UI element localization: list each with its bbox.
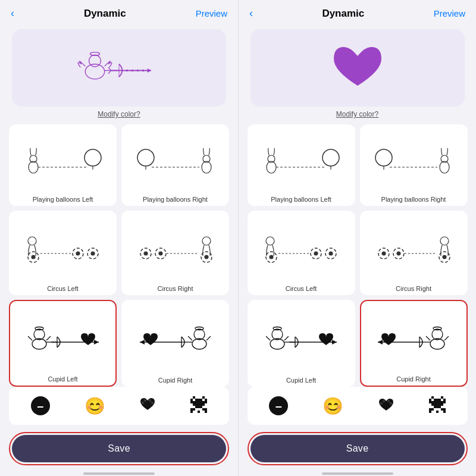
right-home-indicator xyxy=(322,472,393,475)
right-title: Dynamic xyxy=(322,8,364,20)
svg-point-104 xyxy=(432,329,443,340)
svg-rect-114 xyxy=(434,399,441,401)
svg-point-1 xyxy=(89,55,101,67)
right-save-button[interactable]: Save xyxy=(250,435,465,462)
right-anim-circus-left[interactable]: Circus Left xyxy=(248,211,355,295)
svg-point-27 xyxy=(91,252,95,255)
svg-point-37 xyxy=(32,339,46,349)
left-balloon-left-label: Playing balloons Left xyxy=(33,196,93,203)
right-anim-balloon-left[interactable]: Playing balloons Left xyxy=(248,124,355,206)
svg-point-92 xyxy=(443,255,446,259)
svg-point-75 xyxy=(440,161,449,173)
right-save-wrap: Save xyxy=(248,430,468,470)
right-back-button[interactable]: ‹ xyxy=(249,7,253,20)
svg-point-86 xyxy=(382,252,386,255)
svg-rect-54 xyxy=(193,396,195,399)
left-anim-circus-right[interactable]: Circus Right xyxy=(121,211,229,295)
left-anim-circus-left[interactable]: Circus Left xyxy=(9,211,117,295)
right-icon-heart xyxy=(378,397,394,414)
r-balloon-right-icon xyxy=(372,146,455,176)
left-icon-minus: – xyxy=(31,396,50,415)
svg-point-72 xyxy=(375,149,392,166)
right-anim-cupid-right[interactable]: Cupid Right xyxy=(360,300,468,387)
svg-point-70 xyxy=(322,149,339,166)
svg-rect-115 xyxy=(443,399,446,401)
circus-left-icon xyxy=(21,232,105,265)
svg-rect-111 xyxy=(431,396,434,399)
left-anim-cupid-right[interactable]: Cupid Right xyxy=(121,300,229,387)
left-preview-area xyxy=(12,29,226,107)
right-balloon-left-label: Playing balloons Left xyxy=(271,196,331,203)
svg-point-9 xyxy=(142,70,145,72)
right-icon-pixel xyxy=(429,396,446,415)
svg-rect-53 xyxy=(151,402,154,404)
right-modify-color[interactable]: Modify color? xyxy=(336,110,378,118)
svg-rect-62 xyxy=(190,408,195,411)
svg-point-36 xyxy=(34,329,45,340)
svg-rect-59 xyxy=(190,401,207,403)
svg-point-84 xyxy=(329,252,333,255)
right-icon-smile: 😊 xyxy=(322,396,343,416)
left-header: ‹ Dynamic Preview xyxy=(6,0,232,24)
left-modify-color[interactable]: Modify color? xyxy=(98,110,140,118)
svg-rect-52 xyxy=(142,402,144,404)
r-circus-right-icon xyxy=(372,232,455,265)
svg-rect-56 xyxy=(190,399,193,401)
svg-rect-121 xyxy=(429,411,431,413)
svg-rect-60 xyxy=(193,403,205,406)
svg-point-79 xyxy=(270,255,273,259)
svg-rect-113 xyxy=(429,399,431,401)
left-home-indicator xyxy=(83,472,155,475)
balloon-left-icon xyxy=(21,146,105,176)
left-bottom-icons: – 😊 xyxy=(9,387,229,425)
left-icon-heart xyxy=(139,397,156,415)
svg-point-95 xyxy=(273,327,281,330)
svg-rect-63 xyxy=(202,408,207,411)
svg-rect-61 xyxy=(195,406,202,408)
left-anim-balloon-right[interactable]: Playing balloons Right xyxy=(121,124,229,206)
svg-rect-109 xyxy=(380,402,383,405)
svg-point-93 xyxy=(272,329,283,340)
svg-rect-50 xyxy=(144,399,146,402)
right-preview-area xyxy=(250,29,465,107)
svg-rect-110 xyxy=(390,402,392,405)
svg-point-94 xyxy=(270,339,284,349)
svg-point-29 xyxy=(144,252,148,255)
svg-point-67 xyxy=(267,161,276,173)
r-cupid-left-icon xyxy=(259,322,343,355)
right-panel: ‹ Dynamic Preview Modify color? xyxy=(238,0,476,476)
cupid-left-icon xyxy=(21,322,105,355)
left-icon-pixel xyxy=(190,396,207,415)
right-cupid-right-label: Cupid Right xyxy=(396,375,430,383)
left-back-button[interactable]: ‹ xyxy=(11,7,14,20)
svg-marker-99 xyxy=(332,340,337,345)
svg-point-22 xyxy=(32,255,35,259)
right-anim-grid: Playing balloons Left Playing bal xyxy=(248,124,468,387)
left-save-border: Save xyxy=(9,432,229,465)
svg-point-77 xyxy=(266,237,274,245)
svg-point-6 xyxy=(126,70,129,72)
svg-point-35 xyxy=(205,255,208,259)
svg-rect-55 xyxy=(202,396,205,399)
svg-point-49 xyxy=(195,327,203,330)
left-anim-balloon-left[interactable]: Playing balloons Left xyxy=(9,124,117,206)
left-cupid-left-label: Cupid Left xyxy=(48,375,77,383)
right-anim-cupid-left[interactable]: Cupid Left xyxy=(248,300,355,387)
r-balloon-left-icon xyxy=(259,146,343,176)
right-preview-button[interactable]: Preview xyxy=(434,8,465,18)
r-circus-left-icon xyxy=(259,232,343,265)
left-circus-right-label: Circus Right xyxy=(158,285,193,292)
svg-point-13 xyxy=(84,149,101,166)
svg-point-106 xyxy=(433,327,441,330)
right-anim-circus-right[interactable]: Circus Right xyxy=(360,211,468,295)
svg-marker-5 xyxy=(148,68,151,73)
left-anim-cupid-left[interactable]: Cupid Left xyxy=(9,300,117,387)
right-circus-left-label: Circus Left xyxy=(286,285,317,292)
left-anim-grid: Playing balloons Left xyxy=(9,124,229,387)
svg-point-15 xyxy=(137,149,154,166)
svg-point-20 xyxy=(28,237,36,245)
svg-point-33 xyxy=(202,237,211,245)
right-anim-balloon-right[interactable]: Playing balloons Right xyxy=(360,124,468,206)
left-preview-button[interactable]: Preview xyxy=(196,8,227,18)
left-save-button[interactable]: Save xyxy=(12,435,226,462)
